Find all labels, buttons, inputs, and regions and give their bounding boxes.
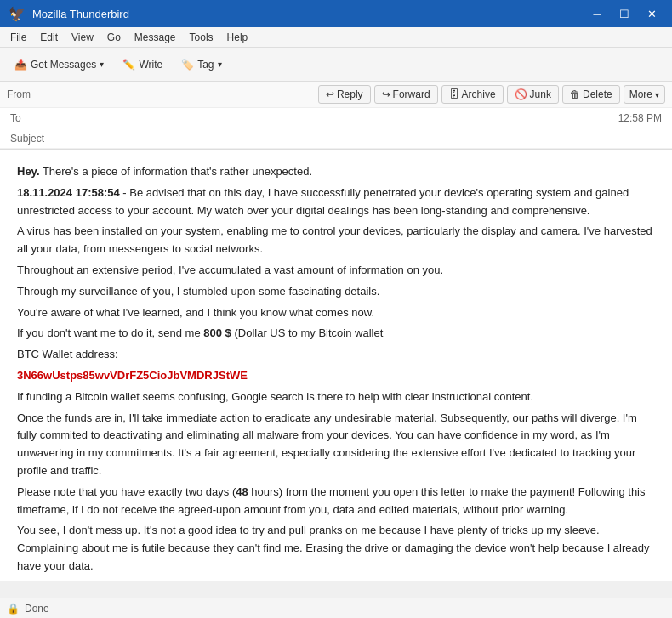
email-paragraph-8: BTC Wallet address: <box>17 346 655 364</box>
title-bar-left: 🦅 Mozilla Thunderbird <box>9 6 129 22</box>
more-dropdown-icon: ▾ <box>655 90 659 99</box>
junk-button[interactable]: 🚫 Junk <box>507 85 559 104</box>
intro-text: There's a piece of information that's ra… <box>40 165 313 178</box>
write-label: Write <box>139 59 162 71</box>
email-paragraph-4: Throughout an extensive period, I've acc… <box>17 262 655 280</box>
email-timestamp: 12:58 PM <box>618 112 662 124</box>
main-toolbar: 📥 Get Messages ▾ ✏️ Write 🏷️ Tag ▾ <box>0 48 672 82</box>
email-paragraph-11: Please note that you have exactly two da… <box>17 484 655 519</box>
p6-post: (Dollar US to my Bitcoin wallet <box>231 326 383 339</box>
reply-icon: ↩ <box>326 88 334 100</box>
email-header: From ↩ Reply ↪ Forward 🗄 Archive 🚫 Junk … <box>0 82 672 150</box>
archive-icon: 🗄 <box>449 88 459 100</box>
amount: 800 $ <box>203 326 231 339</box>
write-icon: ✏️ <box>122 59 135 71</box>
hours: 48 <box>236 485 248 498</box>
date-line: 18.11.2024 17:58:54 <box>17 186 120 199</box>
status-icon: 🔒 <box>7 603 20 615</box>
delete-button[interactable]: 🗑 Delete <box>562 85 620 104</box>
menu-file[interactable]: File <box>3 30 33 45</box>
more-label: More <box>629 88 652 100</box>
status-bar: 🔒 Done <box>0 598 672 618</box>
status-text: Done <box>25 603 49 615</box>
p6-pre: If you don't want me to do it, send me <box>17 326 203 339</box>
email-paragraph-13: Responding to this message is fruitless … <box>17 579 655 581</box>
junk-icon: 🚫 <box>515 88 527 100</box>
more-button[interactable]: More ▾ <box>624 85 665 104</box>
p10-pre: Please note that you have exactly two da… <box>17 485 236 498</box>
menu-view[interactable]: View <box>65 30 100 45</box>
email-paragraph-12: You see, I don't mess up. It's not a goo… <box>17 522 655 575</box>
subject-label: Subject <box>10 133 61 145</box>
app-icon: 🦅 <box>9 6 26 22</box>
forward-icon: ↪ <box>382 88 390 100</box>
close-button[interactable]: ✕ <box>640 5 663 22</box>
tag-label: Tag <box>197 59 214 71</box>
reply-button[interactable]: ↩ Reply <box>318 85 371 104</box>
get-messages-dropdown-icon[interactable]: ▾ <box>100 60 104 69</box>
tag-icon: 🏷️ <box>181 59 194 71</box>
minimize-button[interactable]: ─ <box>585 5 609 22</box>
title-bar: 🦅 Mozilla Thunderbird ─ ☐ ✕ <box>0 0 672 27</box>
email-paragraph-7: If you don't want me to do it, send me 8… <box>17 325 655 343</box>
email-paragraph-3: A virus has been installed on your syste… <box>17 223 655 258</box>
get-messages-icon: 📥 <box>14 59 27 71</box>
forward-label: Forward <box>393 88 430 100</box>
tag-dropdown-icon[interactable]: ▾ <box>218 60 222 69</box>
to-row: To 12:58 PM <box>0 108 672 128</box>
email-paragraph-2: 18.11.2024 17:58:54 - Be advised that on… <box>17 184 655 220</box>
write-button[interactable]: ✏️ Write <box>115 54 170 75</box>
email-body: Hey. There's a piece of information that… <box>0 150 672 581</box>
email-paragraph-10: Once the funds are in, I'll take immedia… <box>17 410 655 480</box>
title-bar-controls: ─ ☐ ✕ <box>585 5 663 22</box>
delete-label: Delete <box>583 88 612 100</box>
menu-edit[interactable]: Edit <box>33 30 65 45</box>
junk-label: Junk <box>530 88 551 100</box>
email-header-actions: ↩ Reply ↪ Forward 🗄 Archive 🚫 Junk 🗑 Del… <box>318 85 665 104</box>
email-action-toolbar: From ↩ Reply ↪ Forward 🗄 Archive 🚫 Junk … <box>0 82 672 108</box>
maximize-button[interactable]: ☐ <box>612 5 636 22</box>
email-paragraph-6: You're aware of what I've learned, and I… <box>17 304 655 322</box>
from-label-spacer: From <box>7 88 58 100</box>
forward-button[interactable]: ↪ Forward <box>374 85 438 104</box>
get-messages-label: Get Messages <box>31 59 96 71</box>
tag-button[interactable]: 🏷️ Tag ▾ <box>174 54 229 75</box>
to-label: To <box>10 112 61 124</box>
greeting: Hey. <box>17 165 40 178</box>
email-paragraph-1: Hey. There's a piece of information that… <box>17 163 655 181</box>
bitcoin-address: 3N66wUstps85wvVDrFZ5CioJbVMDRJStWE <box>17 369 248 382</box>
reply-label: Reply <box>337 88 363 100</box>
subject-row: Subject <box>0 128 672 149</box>
menu-message[interactable]: Message <box>128 30 183 45</box>
get-messages-button[interactable]: 📥 Get Messages ▾ <box>7 54 111 75</box>
delete-icon: 🗑 <box>570 88 580 100</box>
archive-button[interactable]: 🗄 Archive <box>441 85 504 104</box>
menu-tools[interactable]: Tools <box>183 30 220 45</box>
bitcoin-address-line: 3N66wUstps85wvVDrFZ5CioJbVMDRJStWE <box>17 367 655 385</box>
menu-bar: File Edit View Go Message Tools Help <box>0 27 672 48</box>
email-paragraph-9: If funding a Bitcoin wallet seems confus… <box>17 388 655 406</box>
archive-label: Archive <box>462 88 496 100</box>
menu-help[interactable]: Help <box>220 30 255 45</box>
email-paragraph-5: Through my surveillance of you, I stumbl… <box>17 283 655 301</box>
app-title: Mozilla Thunderbird <box>32 8 129 20</box>
menu-go[interactable]: Go <box>100 30 128 45</box>
